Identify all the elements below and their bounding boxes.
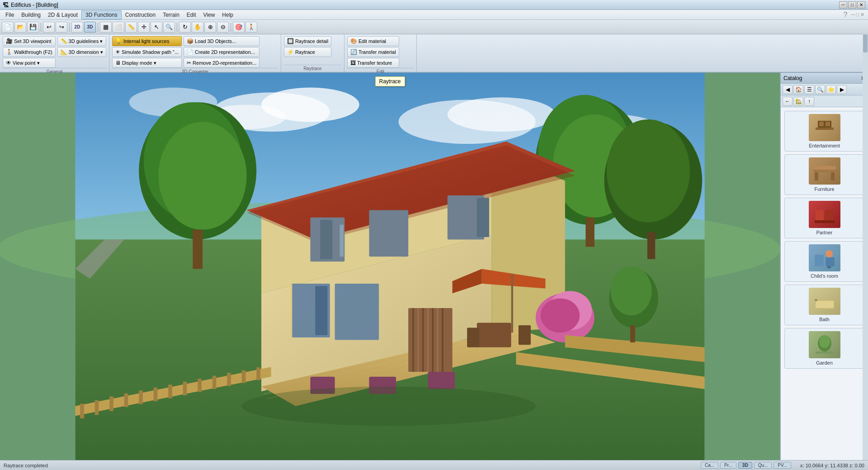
ribbon-edit-content: 🎨 Edit material 🔄 Transfer material 🖼 Tr… <box>347 36 414 68</box>
cursor-button[interactable]: ↖ <box>151 22 162 33</box>
catalog-item-entertainment[interactable]: Entertainment <box>784 111 864 152</box>
save-button[interactable]: 💾 <box>27 22 39 33</box>
zoom-button[interactable]: 🔍 <box>163 22 175 33</box>
grid-button[interactable]: ▦ <box>100 22 112 33</box>
titlebar: 🏗 Edificius - [Building] ─ □ ✕ <box>0 0 868 10</box>
new-button[interactable]: 📄 <box>2 22 14 33</box>
titlebar-controls[interactable]: ─ □ ✕ <box>839 1 865 9</box>
scrollbar-thumb[interactable] <box>863 34 868 52</box>
walkthrough-button[interactable]: 🚶 Walkthrough (F2) <box>3 47 56 57</box>
svg-rect-75 <box>256 367 260 380</box>
quantities-tab[interactable]: Qu... <box>754 462 772 469</box>
walk-button[interactable]: 🚶 <box>245 22 257 33</box>
minimize-button[interactable]: ─ <box>839 1 847 9</box>
simulate-shadow-button[interactable]: ☀ Simulate Shadow path "... <box>112 47 182 57</box>
garden-thumbnail <box>809 331 840 358</box>
svg-rect-91 <box>815 220 835 223</box>
internal-light-sources-button[interactable]: 💡 Internal light sources <box>112 36 182 46</box>
catalog-nav-up[interactable]: ↑ <box>804 97 814 106</box>
transfer-texture-button[interactable]: 🖼 Transfer texture <box>347 58 399 68</box>
svg-rect-65 <box>109 396 113 411</box>
menu-3d-functions[interactable]: 3D Functions <box>81 10 122 19</box>
separator-4 <box>177 23 177 32</box>
svg-rect-95 <box>827 266 831 268</box>
partner-label: Partner <box>816 230 832 235</box>
display-mode-button[interactable]: 🖥 Display mode ▾ <box>112 58 182 68</box>
maximize-button[interactable]: □ <box>848 1 856 9</box>
zoom-in-button[interactable]: ⊕ <box>204 22 216 33</box>
viewpoint-button[interactable]: 👁 View point ▾ <box>3 58 56 68</box>
camera-button[interactable]: 🎯 <box>233 22 245 33</box>
properties-tab[interactable]: Pr... <box>720 462 736 469</box>
menu-2d-layout[interactable]: 2D & Layout <box>44 11 81 19</box>
svg-rect-52 <box>477 323 511 347</box>
catalog-item-furniture[interactable]: Furniture <box>784 154 864 195</box>
furniture-thumbnail <box>809 157 840 185</box>
svg-rect-70 <box>183 382 187 395</box>
2d-button[interactable]: 2D <box>71 22 83 33</box>
catalog-item-garden[interactable]: Garden <box>784 328 864 369</box>
box-button[interactable]: ⬜ <box>113 22 124 33</box>
3d-dimension-button[interactable]: 📐 3D dimension ▾ <box>57 47 106 57</box>
bath-label: Bath <box>819 317 830 322</box>
catalog-item-child-room[interactable]: Child's room <box>784 241 864 282</box>
svg-rect-90 <box>826 210 834 221</box>
3d-button[interactable]: 3D <box>84 22 96 33</box>
menu-terrain[interactable]: Terrain <box>159 11 183 19</box>
open-button[interactable]: 📂 <box>14 22 26 33</box>
display-icon: 🖥 <box>115 60 121 66</box>
load-3d-objects-button[interactable]: 📦 Load 3D Objects... <box>184 36 259 46</box>
menu-help[interactable]: Help <box>218 11 237 19</box>
catalog-tab[interactable]: Ca... <box>701 462 718 469</box>
svg-rect-41 <box>408 308 453 372</box>
menu-view[interactable]: View <box>200 11 219 19</box>
move-button[interactable]: ✛ <box>138 22 150 33</box>
rotate-button[interactable]: ↻ <box>179 22 191 33</box>
3d-tab[interactable]: 3D <box>738 462 752 469</box>
svg-rect-53 <box>467 328 479 347</box>
redo-button[interactable]: ↪ <box>56 22 67 33</box>
menu-edit[interactable]: Edit <box>183 11 200 19</box>
pan-button[interactable]: ✋ <box>192 22 203 33</box>
catalog-view-button[interactable]: ☰ <box>804 85 814 94</box>
close-button[interactable]: ✕ <box>857 1 865 9</box>
remove-2d-representation-button[interactable]: ✂ Remove 2D-representation... <box>184 58 259 68</box>
catalog-add-button[interactable]: ⭐ <box>826 85 836 94</box>
edit-material-button[interactable]: 🎨 Edit material <box>347 36 399 46</box>
measure-button[interactable]: 📏 <box>125 22 137 33</box>
ribbon-raytrace-content: 🔲 Raytrace detail ⚡ Raytrace <box>284 36 341 65</box>
svg-rect-34 <box>315 286 327 335</box>
ribbon-converter-content: 💡 Internal light sources ☀ Simulate Shad… <box>112 36 278 68</box>
help-icon[interactable]: ? <box>842 11 849 19</box>
svg-point-5 <box>448 97 555 132</box>
menu-file[interactable]: File <box>2 11 18 19</box>
3d-guidelines-button[interactable]: 📏 3D guidelines ▾ <box>57 36 106 46</box>
catalog-item-partner[interactable]: Partner <box>784 198 864 238</box>
set-3d-viewpoint-button[interactable]: 🎥 Set 3D viewpoint <box>3 36 56 46</box>
undo-button[interactable]: ↩ <box>43 22 55 33</box>
svg-rect-64 <box>95 400 99 415</box>
back-button[interactable]: ◀ <box>783 85 793 94</box>
menu-building[interactable]: Building <box>18 11 44 19</box>
pv-tab[interactable]: PV... <box>774 462 791 469</box>
catalog-next-button[interactable]: ▶ <box>837 85 847 94</box>
viewport[interactable]: Raytrace <box>0 73 780 460</box>
scrollbar-track[interactable] <box>863 34 868 460</box>
catalog-nav-home[interactable]: 🏡 <box>793 97 803 106</box>
detail-icon: 🔲 <box>287 38 294 44</box>
catalog-search-button[interactable]: 🔍 <box>815 85 825 94</box>
raytrace-button[interactable]: ⚡ Raytrace <box>284 47 331 57</box>
zoom-out-button[interactable]: ⊖ <box>217 22 229 33</box>
svg-rect-102 <box>816 351 834 354</box>
window-controls-secondary[interactable]: ─ □ ✕ <box>849 12 866 18</box>
catalog-home-button[interactable]: 🏠 <box>793 85 803 94</box>
eye-icon: 👁 <box>6 60 11 66</box>
transfer-material-button[interactable]: 🔄 Transfer material <box>347 47 399 57</box>
create-2d-representation-button[interactable]: 📄 Create 2D representation... <box>184 47 259 57</box>
menu-construction[interactable]: Construction <box>122 11 159 19</box>
catalog-header: Catalog ✕ <box>781 73 868 84</box>
catalog-item-bath[interactable]: Bath <box>784 285 864 325</box>
raytrace-detail-button[interactable]: 🔲 Raytrace detail <box>284 36 331 46</box>
catalog-nav-back[interactable]: ← <box>783 97 793 106</box>
entertainment-thumbnail <box>809 114 840 141</box>
